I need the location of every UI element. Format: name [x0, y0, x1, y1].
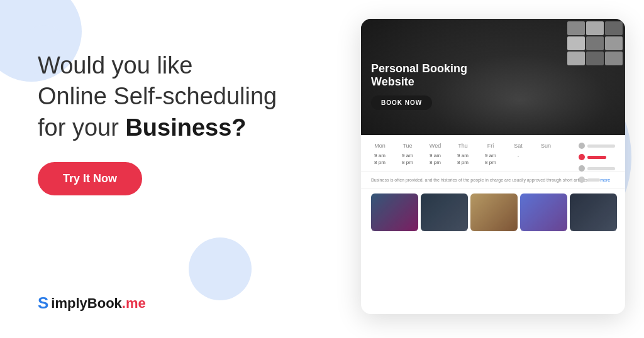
photo-cell — [567, 36, 585, 50]
side-dot-4 — [579, 177, 585, 183]
side-line-4 — [587, 178, 600, 182]
day-tue: Tue — [399, 143, 416, 149]
time-fri-pm: 8 pm — [482, 160, 499, 165]
day-sun: Sun — [537, 143, 555, 149]
mock-hero: Personal Booking Website BOOK NOW — [361, 19, 625, 135]
day-sat: Sat — [509, 143, 527, 149]
mock-schedule: Mon Tue Wed Thu Fri Sat Sun 9 am 9 am 9 … — [361, 135, 625, 172]
photo-thumb-2 — [421, 194, 468, 231]
time-mon-pm: 8 pm — [371, 160, 389, 165]
side-line-3 — [587, 167, 615, 170]
try-it-now-button[interactable]: Try It Now — [38, 162, 142, 195]
photo-cell — [567, 21, 585, 35]
side-row-3 — [579, 165, 615, 172]
mock-website: Personal Booking Website BOOK NOW Mon Tu… — [361, 19, 625, 314]
photo-cell — [605, 36, 623, 50]
day-wed: Wed — [426, 143, 444, 149]
logo-brand: implyBook — [51, 295, 121, 311]
headline: Would you like Online Self-scheduling fo… — [38, 50, 302, 143]
logo-text: implyBook.me — [51, 295, 145, 312]
side-dot-1 — [579, 143, 585, 149]
mock-hero-text: Personal Booking Website BOOK NOW — [371, 62, 467, 110]
headline-line2: Online Self-scheduling — [38, 83, 277, 109]
time-tue-pm: 8 pm — [399, 160, 416, 165]
photo-cell — [605, 21, 623, 35]
photo-thumb-3 — [470, 194, 518, 231]
day-mon: Mon — [371, 143, 389, 149]
logo-suffix: .me — [122, 295, 146, 311]
time-fri-am: 9 am — [482, 153, 499, 158]
bg-circle-bottom — [189, 237, 252, 300]
photo-cell — [567, 52, 585, 65]
time-wed-am: 9 am — [426, 153, 444, 158]
side-dot-2 — [579, 154, 585, 160]
side-line-1 — [587, 144, 615, 148]
time-wed-pm: 8 pm — [426, 160, 444, 165]
schedule-side-icons — [579, 143, 615, 183]
photo-cell — [605, 52, 623, 65]
logo: S implyBook.me — [38, 293, 146, 313]
left-content: Would you like Online Self-scheduling fo… — [38, 50, 302, 233]
photo-cell — [586, 52, 604, 65]
mock-booking-title: Personal Booking Website — [371, 62, 467, 89]
photo-cell — [586, 21, 604, 35]
headline-line3: for your — [38, 114, 125, 141]
time-sat-am: - — [509, 153, 527, 158]
side-row-2 — [579, 154, 615, 160]
side-dot-3 — [579, 165, 585, 172]
photo-strip — [361, 188, 625, 236]
photo-thumb-4 — [520, 194, 567, 231]
day-fri: Fri — [482, 143, 499, 149]
day-thu: Thu — [454, 143, 472, 149]
time-thu-am: 9 am — [454, 153, 472, 158]
photo-thumb-5 — [570, 194, 617, 231]
photo-thumb-1 — [371, 194, 418, 231]
photo-grid — [567, 21, 623, 65]
time-mon-am: 9 am — [371, 153, 389, 158]
mock-book-button[interactable]: BOOK NOW — [371, 95, 432, 110]
time-thu-pm: 8 pm — [454, 160, 472, 165]
side-row-4 — [579, 177, 615, 183]
headline-line1: Would you like — [38, 52, 192, 79]
logo-s-icon: S — [38, 293, 48, 313]
side-line-2 — [587, 156, 606, 159]
time-tue-am: 9 am — [399, 153, 416, 158]
headline-bold: Business? — [125, 114, 246, 141]
photo-cell — [586, 36, 604, 50]
side-row-1 — [579, 143, 615, 149]
